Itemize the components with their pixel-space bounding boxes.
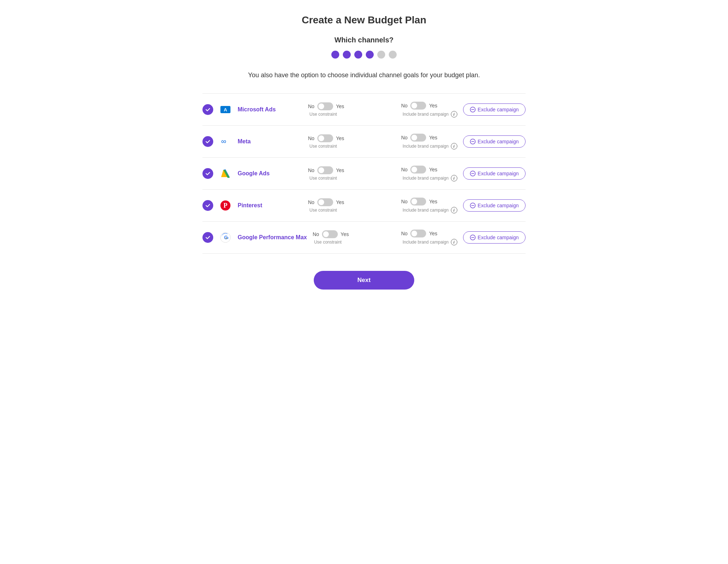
check-google-performance-max[interactable] xyxy=(202,232,213,243)
page-title: Create a New Budget Plan xyxy=(302,14,426,26)
constraint-yes-label-0: Yes xyxy=(336,103,344,109)
section-title: Which channels? xyxy=(335,36,393,44)
exclude-btn-0[interactable]: Exclude campaign xyxy=(463,103,526,116)
pinterest-brand: No Yes Include brand campaign i xyxy=(401,198,457,213)
brand-toggle-3[interactable] xyxy=(410,198,426,205)
check-meta[interactable] xyxy=(202,136,213,147)
brand-no-label-3: No xyxy=(401,199,408,204)
brand-sub-1: Include brand campaign xyxy=(401,144,449,149)
microsoft-ads-constraint: No Yes Use constraint xyxy=(308,102,365,117)
microsoft-ads-name: Microsoft Ads xyxy=(238,106,302,113)
brand-sub-0: Include brand campaign xyxy=(401,112,449,117)
brand-info-icon-4[interactable]: i xyxy=(451,239,457,245)
brand-no-label-1: No xyxy=(401,135,408,140)
check-google-ads[interactable] xyxy=(202,168,213,179)
constraint-no-label-1: No xyxy=(308,135,314,141)
google-ads-icon xyxy=(219,167,232,180)
svg-text:∞: ∞ xyxy=(221,137,226,145)
brand-sub-4: Include brand campaign xyxy=(401,240,449,245)
svg-text:G: G xyxy=(224,235,228,240)
google-performance-max-name: Google Performance Max xyxy=(238,234,307,241)
constraint-sub-2: Use constraint xyxy=(308,176,337,181)
step-dot-4 xyxy=(366,51,374,59)
constraint-sub-4: Use constraint xyxy=(313,240,342,245)
step-dot-6 xyxy=(389,51,397,59)
constraint-toggle-3[interactable] xyxy=(317,198,333,206)
brand-yes-label-2: Yes xyxy=(429,167,437,172)
google-performance-max-constraint: No Yes Use constraint xyxy=(313,230,370,245)
brand-sub-3: Include brand campaign xyxy=(401,208,449,213)
subtitle-text: You also have the option to choose indiv… xyxy=(248,71,480,79)
brand-no-label-4: No xyxy=(401,231,408,236)
brand-sub-2: Include brand campaign xyxy=(401,176,449,181)
brand-toggle-0[interactable] xyxy=(410,102,426,110)
constraint-yes-label-3: Yes xyxy=(336,199,344,205)
constraint-no-label-3: No xyxy=(308,199,314,205)
constraint-no-label-2: No xyxy=(308,167,314,173)
brand-toggle-4[interactable] xyxy=(410,230,426,237)
exclude-label-4: Exclude campaign xyxy=(478,235,519,240)
brand-no-label-2: No xyxy=(401,167,408,172)
meta-brand: No Yes Include brand campaign i xyxy=(401,134,457,149)
check-icon xyxy=(205,235,211,240)
exclude-label-2: Exclude campaign xyxy=(478,171,519,176)
google-ads-brand: No Yes Include brand campaign i xyxy=(401,166,457,181)
meta-icon: ∞ xyxy=(219,135,232,148)
brand-toggle-2[interactable] xyxy=(410,166,426,174)
constraint-toggle-4[interactable] xyxy=(322,230,338,238)
constraint-toggle-2[interactable] xyxy=(317,166,333,174)
exclude-icon-0 xyxy=(470,107,476,112)
channel-row-meta: ∞ Meta No Yes Use constraint No xyxy=(202,126,526,158)
microsoft-ads-icon: A xyxy=(219,103,232,116)
brand-info-icon-1[interactable]: i xyxy=(451,143,457,149)
check-icon xyxy=(205,139,211,144)
constraint-yes-label-2: Yes xyxy=(336,167,344,173)
brand-yes-label-0: Yes xyxy=(429,103,437,108)
exclude-icon-2 xyxy=(470,171,476,176)
exclude-btn-4[interactable]: Exclude campaign xyxy=(463,231,526,244)
constraint-yes-label-1: Yes xyxy=(336,135,344,141)
brand-no-label-0: No xyxy=(401,103,408,108)
brand-yes-label-3: Yes xyxy=(429,199,437,204)
exclude-label-0: Exclude campaign xyxy=(478,107,519,112)
pinterest-icon: P xyxy=(219,199,232,212)
check-icon xyxy=(205,203,211,208)
meta-constraint: No Yes Use constraint xyxy=(308,134,365,149)
exclude-btn-2[interactable]: Exclude campaign xyxy=(463,167,526,180)
step-dot-3 xyxy=(354,51,362,59)
pinterest-name: Pinterest xyxy=(238,202,302,209)
brand-toggle-1[interactable] xyxy=(410,134,426,142)
microsoft-ads-brand: No Yes Include brand campaign i xyxy=(401,102,457,117)
channel-row-google-performance-max: G Google Performance Max No Yes Use cons… xyxy=(202,222,526,254)
exclude-icon-3 xyxy=(470,203,476,208)
brand-info-icon-0[interactable]: i xyxy=(451,111,457,117)
meta-name: Meta xyxy=(238,138,302,145)
channel-row-pinterest: P Pinterest No Yes Use constraint No xyxy=(202,190,526,222)
constraint-no-label-0: No xyxy=(308,103,314,109)
google-performance-max-brand: No Yes Include brand campaign i xyxy=(401,230,457,245)
exclude-btn-1[interactable]: Exclude campaign xyxy=(463,135,526,148)
check-microsoft-ads[interactable] xyxy=(202,104,213,115)
constraint-sub-0: Use constraint xyxy=(308,112,337,117)
brand-info-icon-2[interactable]: i xyxy=(451,175,457,181)
exclude-label-1: Exclude campaign xyxy=(478,139,519,144)
brand-yes-label-4: Yes xyxy=(429,231,437,236)
step-dots xyxy=(331,51,397,59)
step-dot-1 xyxy=(331,51,339,59)
constraint-sub-3: Use constraint xyxy=(308,208,337,213)
google-ads-constraint: No Yes Use constraint xyxy=(308,166,365,181)
constraint-toggle-1[interactable] xyxy=(317,134,333,142)
brand-info-icon-3[interactable]: i xyxy=(451,207,457,213)
check-icon xyxy=(205,107,211,112)
channels-list: A Microsoft Ads No Yes Use constraint No xyxy=(202,93,526,254)
next-button[interactable]: Next xyxy=(314,271,414,290)
constraint-no-label-4: No xyxy=(313,231,319,237)
exclude-label-3: Exclude campaign xyxy=(478,203,519,208)
channel-row-microsoft-ads: A Microsoft Ads No Yes Use constraint No xyxy=(202,93,526,126)
check-icon xyxy=(205,171,211,176)
exclude-icon-4 xyxy=(470,235,476,240)
constraint-toggle-0[interactable] xyxy=(317,102,333,110)
google-performance-max-icon: G xyxy=(219,231,232,244)
exclude-btn-3[interactable]: Exclude campaign xyxy=(463,199,526,212)
check-pinterest[interactable] xyxy=(202,200,213,211)
